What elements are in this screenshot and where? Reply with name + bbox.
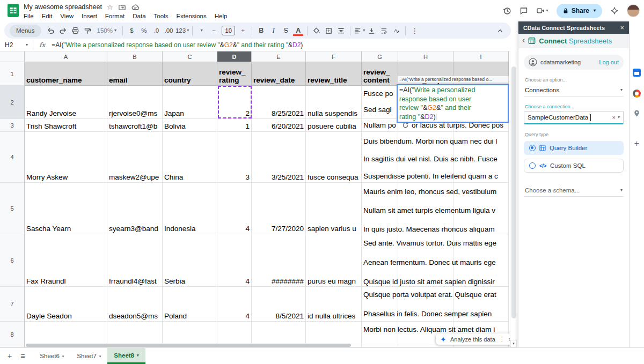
all-sheets-icon[interactable]: ≡ <box>20 352 25 360</box>
cell-H4[interactable] <box>398 132 453 183</box>
cell-D7[interactable]: 4 <box>217 287 252 322</box>
sheets-logo-icon[interactable] <box>6 3 20 18</box>
merge-cells-icon[interactable] <box>335 24 347 37</box>
cell-E5[interactable]: 7/27/2020 <box>252 183 306 234</box>
menu-format[interactable]: Format <box>105 13 125 19</box>
avatar[interactable] <box>627 4 640 17</box>
cell-F3[interactable]: posuere cubilia <box>306 119 362 132</box>
name-box[interactable]: H2 ▾ <box>0 39 33 51</box>
sheet-tab-sheet6[interactable]: Sheet6▾ <box>33 348 70 364</box>
cell-G5[interactable] <box>362 183 398 234</box>
more-tools-icon[interactable]: ⋮ <box>409 24 420 37</box>
row-header-1[interactable]: 1 <box>0 62 25 86</box>
column-header-I[interactable]: I <box>453 51 509 62</box>
increase-font-size-button[interactable]: + <box>237 24 248 37</box>
star-icon[interactable]: ☆ <box>107 4 113 11</box>
column-header-G[interactable]: G <box>362 51 398 62</box>
cell-G6[interactable] <box>362 234 398 287</box>
cell-C1[interactable]: country <box>163 62 217 86</box>
column-header-E[interactable]: E <box>252 51 306 62</box>
clear-icon[interactable]: × <box>612 114 616 121</box>
move-folder-icon[interactable] <box>118 3 126 11</box>
cell-B3[interactable]: tshawcroft1@b <box>107 119 163 132</box>
spreadsheet-grid[interactable]: =AI("Write a personalized response based… <box>0 51 510 347</box>
cell-F4[interactable]: fusce consequa <box>306 132 362 183</box>
currency-format-button[interactable]: $ <box>126 24 137 37</box>
maps-pin-icon[interactable] <box>633 109 640 117</box>
cell-I7[interactable] <box>453 287 509 322</box>
row-header-4[interactable]: 4 <box>0 132 25 183</box>
horizontal-align-icon[interactable]: ▾ <box>354 24 365 37</box>
column-header-B[interactable]: B <box>107 51 163 62</box>
cell-E3[interactable]: 6/20/2021 <box>252 119 306 132</box>
cell-G4[interactable] <box>362 132 398 183</box>
decrease-font-size-button[interactable]: − <box>208 24 219 37</box>
add-sheet-icon[interactable]: + <box>8 352 12 360</box>
query-builder-option[interactable]: Query Builder <box>524 141 624 155</box>
cell-A5[interactable]: Sascha Yearn <box>25 183 107 234</box>
cell-A1[interactable]: customer_name <box>25 62 107 86</box>
cell-C7[interactable]: Poland <box>163 287 217 322</box>
cell-G7[interactable] <box>362 287 398 322</box>
cell-C3[interactable]: Bolivia <box>163 119 217 132</box>
column-header-D[interactable]: D <box>217 51 252 62</box>
comments-icon[interactable] <box>519 6 528 15</box>
paint-format-icon[interactable] <box>82 24 93 37</box>
percent-format-button[interactable]: % <box>138 24 150 37</box>
row-header-2[interactable]: 2 <box>0 86 25 119</box>
document-title[interactable]: My awesome spreadsheet <box>24 3 102 11</box>
font-family-dropdown[interactable]: ▾ <box>196 24 207 37</box>
cell-C6[interactable]: Serbia <box>163 234 217 287</box>
sheet-tab-sheet8[interactable]: Sheet8▾ <box>107 348 145 364</box>
collapse-toolbar-icon[interactable] <box>494 24 506 37</box>
scroll-down-icon[interactable]: ▾ <box>510 340 517 347</box>
cell-H5[interactable] <box>398 183 453 234</box>
cell-A4[interactable]: Morry Askew <box>25 132 107 183</box>
addon-ring-icon[interactable] <box>633 90 641 98</box>
menu-help[interactable]: Help <box>215 13 228 19</box>
cell-I5[interactable] <box>453 183 509 234</box>
cell-F7[interactable]: id nulla ultrices <box>306 287 362 322</box>
column-header-C[interactable]: C <box>163 51 217 62</box>
column-header-A[interactable]: A <box>25 51 107 62</box>
grid-corner[interactable] <box>0 51 25 62</box>
text-color-button[interactable]: A <box>292 24 304 37</box>
cell-C5[interactable]: Indonesia <box>163 183 217 234</box>
chip-more-icon[interactable]: ⋮ <box>499 336 505 343</box>
close-icon[interactable]: × <box>620 24 624 32</box>
cell-B4[interactable]: maskew2@upe <box>107 132 163 183</box>
row-header-6[interactable]: 6 <box>0 234 25 287</box>
cell-G8[interactable] <box>362 322 398 347</box>
cell-B2[interactable]: rjervoise0@ms <box>107 86 163 119</box>
menu-tools[interactable]: Tools <box>154 13 169 19</box>
row-header-5[interactable]: 5 <box>0 183 25 234</box>
cell-B7[interactable]: dseadon5@ms <box>107 287 163 322</box>
vertical-scrollbar[interactable]: ▾ <box>510 51 517 347</box>
analyze-data-chip[interactable]: Analyze this data ⋮ × <box>436 333 510 345</box>
menu-data[interactable]: Data <box>133 13 145 19</box>
menu-view[interactable]: View <box>60 13 74 19</box>
cell-D4[interactable]: 3 <box>217 132 252 183</box>
cell-E6[interactable]: ######## <box>252 234 306 287</box>
cell-D3[interactable]: 1 <box>217 119 252 132</box>
horizontal-scrollbar-thumb[interactable] <box>26 344 351 347</box>
cell-C2[interactable]: Japan <box>163 86 217 119</box>
menu-extensions[interactable]: Extensions <box>176 13 206 19</box>
meet-icon[interactable]: ▾ <box>536 7 548 14</box>
back-icon[interactable]: ‹ <box>522 35 525 45</box>
connection-input[interactable]: SampleCustomerData × ▾ <box>524 111 624 124</box>
cell-F5[interactable]: sapien varius u <box>306 183 362 234</box>
cell-D6[interactable]: 4 <box>217 234 252 287</box>
cell-B1[interactable]: email <box>107 62 163 86</box>
cell-I6[interactable] <box>453 234 509 287</box>
cell-E4[interactable]: 3/25/2021 <box>252 132 306 183</box>
custom-sql-option[interactable]: </> Custom SQL <box>524 159 624 173</box>
sheet-tab-sheet7[interactable]: Sheet7▾ <box>70 348 107 364</box>
increase-decimal-button[interactable]: .00 <box>163 24 174 37</box>
connections-dropdown[interactable]: Connections ▾ <box>524 84 624 96</box>
row-header-7[interactable]: 7 <box>0 287 25 322</box>
share-button[interactable]: Share ▾ <box>557 4 602 18</box>
schema-dropdown[interactable]: Choose a schema... ▾ <box>524 184 624 197</box>
text-rotation-icon[interactable]: A <box>391 24 402 37</box>
cell-F2[interactable]: nulla suspendis <box>306 86 362 119</box>
